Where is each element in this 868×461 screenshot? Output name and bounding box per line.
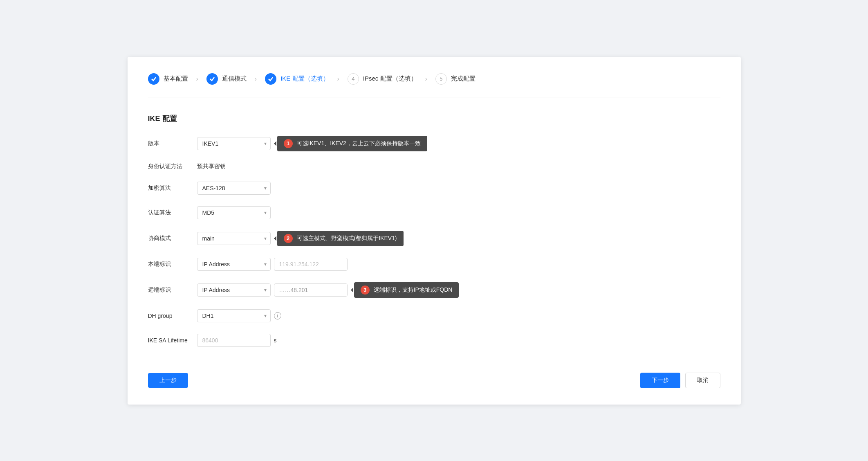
step-circle-2	[206, 73, 218, 85]
negotiation-row: 协商模式 main aggressive ▾ 2 可选主模式、野蛮模式(都归属于…	[148, 231, 720, 246]
encryption-select-wrapper: AES-128 AES-192 AES-256 3DES ▾	[197, 182, 271, 195]
lifetime-label: IKE SA Lifetime	[148, 337, 197, 344]
local-id-type-wrapper: IP Address FQDN ▾	[197, 258, 271, 271]
remote-id-type-select[interactable]: IP Address FQDN	[197, 283, 271, 297]
lifetime-input[interactable]	[197, 334, 271, 347]
step-label-3: IKE 配置（选填）	[280, 75, 329, 83]
encryption-select[interactable]: AES-128 AES-192 AES-256 3DES	[197, 182, 271, 195]
remote-id-control: IP Address FQDN ▾	[197, 283, 348, 297]
step-item-2: 通信模式	[206, 73, 247, 85]
remote-id-type-wrapper: IP Address FQDN ▾	[197, 283, 271, 297]
step-circle-3	[265, 73, 276, 85]
auth-method-value: 预共享密钥	[197, 163, 226, 170]
negotiation-select[interactable]: main aggressive	[197, 232, 271, 245]
step-circle-1	[148, 73, 159, 85]
negotiation-select-wrapper: main aggressive ▾	[197, 232, 271, 245]
callout-3-num: 3	[361, 286, 370, 295]
step-label-2: 通信模式	[222, 75, 247, 83]
modal-container: 基本配置 › 通信模式 › IKE 配置（选填） › 4 IPsec 配置（选填…	[128, 57, 741, 405]
cancel-button[interactable]: 取消	[685, 373, 720, 388]
local-id-label: 本端标识	[148, 261, 197, 268]
stepper: 基本配置 › 通信模式 › IKE 配置（选填） › 4 IPsec 配置（选填…	[148, 73, 720, 97]
version-select[interactable]: IKEV1 IKEV2	[197, 137, 271, 150]
step-label-5: 完成配置	[451, 75, 475, 83]
auth-method-row: 身份认证方法 预共享密钥	[148, 163, 720, 170]
version-row: 版本 IKEV1 IKEV2 ▾ 1 可选IKEV1、IKEV2，云上云下必须保…	[148, 136, 720, 151]
next-button[interactable]: 下一步	[640, 373, 680, 388]
step-label-1: 基本配置	[164, 75, 188, 83]
dh-group-info-icon[interactable]: i	[274, 312, 281, 319]
callout-1-num: 1	[284, 139, 293, 148]
callout-3-text: 远端标识，支持IP地址或FQDN	[374, 286, 453, 294]
remote-id-input[interactable]	[274, 283, 348, 297]
lifetime-control	[197, 334, 271, 347]
local-id-control: IP Address FQDN ▾	[197, 258, 348, 271]
callout-2: 2 可选主模式、野蛮模式(都归属于IKEV1)	[277, 231, 404, 246]
step-item-4: 4 IPsec 配置（选填）	[348, 73, 417, 85]
step-label-4: IPsec 配置（选填）	[363, 75, 417, 83]
callout-3: 3 远端标识，支持IP地址或FQDN	[354, 282, 459, 298]
step-circle-4: 4	[348, 73, 359, 85]
section-title: IKE 配置	[148, 114, 720, 124]
step-item-5: 5 完成配置	[435, 73, 475, 85]
remote-id-row: 远端标识 IP Address FQDN ▾ 3 远端标识，支持IP地址或FQD…	[148, 282, 720, 298]
prev-button[interactable]: 上一步	[148, 373, 188, 388]
step-circle-5: 5	[435, 73, 447, 85]
local-id-input[interactable]	[274, 258, 348, 271]
callout-1-text: 可选IKEV1、IKEV2，云上云下必须保持版本一致	[297, 140, 421, 147]
dh-group-select-wrapper: DH1 DH2 DH5 DH14 ▾	[197, 309, 271, 322]
dh-group-row: DH group DH1 DH2 DH5 DH14 ▾ i	[148, 309, 720, 322]
auth-method-label: 身份认证方法	[148, 163, 197, 170]
footer: 上一步 下一步 取消	[148, 373, 720, 388]
dh-group-select[interactable]: DH1 DH2 DH5 DH14	[197, 309, 271, 322]
step-item-1: 基本配置	[148, 73, 188, 85]
local-id-row: 本端标识 IP Address FQDN ▾	[148, 258, 720, 271]
step-item-3: IKE 配置（选填）	[265, 73, 329, 85]
callout-2-text: 可选主模式、野蛮模式(都归属于IKEV1)	[297, 235, 397, 242]
arrow-2: ›	[255, 75, 257, 83]
lifetime-unit: s	[274, 337, 277, 344]
auth-algo-select[interactable]: MD5 SHA1 SHA-256	[197, 206, 271, 219]
auth-algo-row: 认证算法 MD5 SHA1 SHA-256 ▾	[148, 206, 720, 219]
encryption-label: 加密算法	[148, 184, 197, 192]
local-id-type-select[interactable]: IP Address FQDN	[197, 258, 271, 271]
arrow-1: ›	[196, 75, 198, 83]
encryption-row: 加密算法 AES-128 AES-192 AES-256 3DES ▾	[148, 182, 720, 195]
dh-group-label: DH group	[148, 313, 197, 319]
callout-2-num: 2	[284, 234, 293, 243]
footer-right: 下一步 取消	[640, 373, 720, 388]
auth-algo-select-wrapper: MD5 SHA1 SHA-256 ▾	[197, 206, 271, 219]
version-select-wrapper: IKEV1 IKEV2 ▾	[197, 137, 271, 150]
remote-id-label: 远端标识	[148, 286, 197, 294]
callout-1: 1 可选IKEV1、IKEV2，云上云下必须保持版本一致	[277, 136, 427, 151]
version-label: 版本	[148, 140, 197, 147]
lifetime-row: IKE SA Lifetime s	[148, 334, 720, 347]
arrow-4: ›	[425, 75, 427, 83]
arrow-3: ›	[337, 75, 339, 83]
auth-algo-label: 认证算法	[148, 209, 197, 216]
negotiation-label: 协商模式	[148, 235, 197, 242]
